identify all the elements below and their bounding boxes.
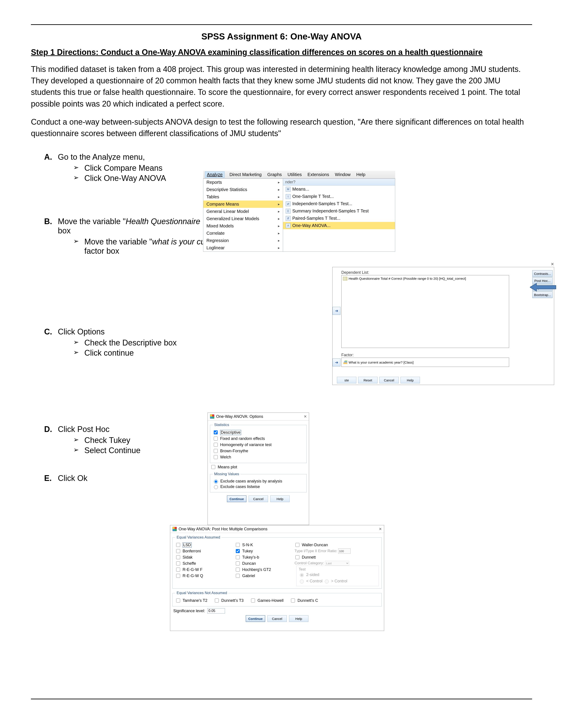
chk-snk[interactable]: S-N-K	[235, 542, 292, 548]
chk-descriptive[interactable]: Descriptive	[213, 430, 304, 435]
equal-variances-not-assumed-group: Equal Variances Not Assumed Tamhane's T2…	[172, 591, 382, 606]
menubar-direct-marketing[interactable]: Direct Marketing	[228, 172, 262, 178]
chk-regwq[interactable]: R-E-G-W Q	[175, 573, 233, 578]
chk-fixed-random[interactable]: Fixed and random effects	[213, 436, 304, 441]
chk-games-howell[interactable]: Games-Howell	[250, 598, 284, 603]
control-category-row: Control Category: Last	[295, 561, 379, 566]
intro-para-1: This modified dataset is taken from a 40…	[31, 64, 532, 110]
chk-lsd[interactable]: LSD	[175, 542, 233, 548]
smi-paired-t[interactable]: ⇵Paired-Samples T Test...	[283, 215, 395, 222]
mi-generalized-linear-models[interactable]: Generalized Linear Models▸	[203, 215, 283, 222]
menubar-analyze[interactable]: Analyze	[205, 171, 224, 178]
chk-welch[interactable]: Welch	[213, 454, 304, 460]
close-icon[interactable]: ×	[379, 526, 382, 532]
chk-dunnett[interactable]: Dunnett	[295, 555, 379, 560]
dep-list-item[interactable]: Health Questionnaire Total # Correct (Po…	[343, 277, 508, 280]
spss-menubar: Analyze Direct Marketing Graphs Utilitie…	[203, 171, 395, 178]
menubar-extensions[interactable]: Extensions	[307, 172, 330, 178]
smi-summary-ind-t[interactable]: ΣSummary Independent-Samples T Test	[283, 207, 395, 215]
rad-exclude-analysis[interactable]: Exclude cases analysis by analysis	[213, 479, 304, 484]
chk-homogeneity[interactable]: Homogeneity of variance test	[213, 442, 304, 447]
contrasts-button[interactable]: Contrasts...	[532, 270, 553, 277]
screenshot-options-dialog: One-Way ANOVA: Options × Statistics Desc…	[207, 413, 309, 525]
rad-exclude-listwise[interactable]: Exclude cases listwise	[213, 484, 304, 489]
close-icon[interactable]: ×	[551, 261, 554, 267]
step-c-text: Click Options	[58, 327, 105, 336]
screenshot-oneway-dialog: × Dependent List: Health Questionnaire T…	[332, 267, 554, 385]
mi-mixed-models[interactable]: Mixed Models▸	[203, 222, 283, 230]
chk-scheffe[interactable]: Scheffe	[175, 561, 233, 566]
rule-bottom	[31, 699, 532, 699]
significance-input[interactable]	[207, 608, 225, 614]
chk-dunnett-c[interactable]: Dunnett's C	[290, 598, 318, 603]
summary-t-icon: Σ	[286, 209, 291, 214]
menubar-graphs[interactable]: Graphs	[266, 172, 283, 178]
screenshot-posthoc-dialog: One-Way ANOVA: Post Hoc Multiple Compari…	[170, 525, 384, 631]
chk-regwf[interactable]: R-E-G-W F	[175, 567, 233, 572]
compare-means-submenu: nder? MMeans... tOne-Sample T Test... ⇄I…	[283, 178, 395, 252]
callout-arrow-icon	[530, 282, 556, 292]
chk-sidak[interactable]: Sidak	[175, 555, 233, 560]
mi-compare-means[interactable]: Compare Means▸	[203, 201, 283, 208]
menubar-window[interactable]: Window	[334, 172, 352, 178]
chk-gabriel[interactable]: Gabriel	[235, 573, 292, 578]
step1-heading: Step 1 Directions: Conduct a One-Way ANO…	[31, 48, 532, 57]
factor-box[interactable]: What is your current academic year? [Cla…	[341, 358, 509, 367]
ind-t-icon: ⇄	[286, 201, 291, 206]
smi-one-sample-t[interactable]: tOne-Sample T Test...	[283, 193, 395, 200]
mi-general-linear-model[interactable]: General Linear Model▸	[203, 208, 283, 215]
cancel-button[interactable]: Cancel	[379, 377, 399, 383]
missing-values-group: Missing Values Exclude cases analysis by…	[210, 472, 307, 492]
step-letter: D.	[44, 425, 53, 434]
chk-tamhane[interactable]: Tamhane's T2	[175, 598, 207, 603]
chk-duncan[interactable]: Duncan	[235, 561, 292, 566]
menubar-help[interactable]: Help	[356, 172, 366, 178]
chk-tukeys-b[interactable]: Tukey's-b	[235, 555, 292, 560]
help-button[interactable]: Help	[401, 377, 420, 383]
cancel-button[interactable]: Cancel	[248, 495, 268, 502]
dialog-button-row: ste Reset Cancel Help	[337, 377, 420, 383]
smi-one-way-anova[interactable]: AOne-Way ANOVA...	[283, 222, 395, 229]
help-button[interactable]: Help	[270, 495, 290, 502]
screenshot-analyze-menu: Analyze Direct Marketing Graphs Utilitie…	[203, 171, 395, 259]
nominal-icon	[343, 360, 347, 364]
step-letter: C.	[44, 327, 53, 336]
menubar-utilities[interactable]: Utilities	[287, 172, 303, 178]
mi-reports[interactable]: Reports▸	[203, 179, 283, 186]
mi-descriptive-statistics[interactable]: Descriptive Statistics▸	[203, 186, 283, 193]
test-group: Test 2-sided < Control > Control	[296, 566, 379, 586]
mi-tables[interactable]: Tables▸	[203, 193, 283, 201]
paired-t-icon: ⇵	[286, 216, 291, 221]
help-button[interactable]: Help	[289, 615, 309, 622]
close-icon[interactable]: ×	[304, 414, 307, 419]
chk-hochberg[interactable]: Hochberg's GT2	[235, 567, 292, 572]
chk-dunnett-t3[interactable]: Dunnett's T3	[214, 598, 243, 603]
page: SPSS Assignment 6: One-Way ANOVA Step 1 …	[0, 0, 563, 728]
mi-loglinear[interactable]: Loglinear▸	[203, 244, 283, 251]
cancel-button[interactable]: Cancel	[267, 615, 287, 622]
error-ratio-input	[338, 548, 351, 554]
significance-row: Significance level:	[173, 608, 384, 614]
svg-marker-0	[530, 283, 556, 291]
step-letter: A.	[44, 152, 53, 162]
dependent-list-box[interactable]: Health Questionnaire Total # Correct (Po…	[341, 275, 509, 348]
chk-bonferroni[interactable]: Bonferroni	[175, 548, 233, 554]
mi-correlate[interactable]: Correlate▸	[203, 230, 283, 237]
analyze-dropdown: Reports▸ Descriptive Statistics▸ Tables▸…	[203, 178, 283, 252]
continue-button[interactable]: Continue	[227, 495, 246, 502]
bootstrap-button[interactable]: Bootstrap...	[532, 291, 553, 298]
chk-tukey[interactable]: Tukey	[235, 548, 292, 554]
chk-means-plot[interactable]: Means plot	[210, 464, 306, 470]
continue-button[interactable]: Continue	[246, 615, 265, 622]
control-category-select: Last	[325, 561, 349, 566]
paste-button[interactable]: ste	[337, 377, 356, 383]
smi-means[interactable]: MMeans...	[283, 186, 395, 193]
step-d-text: Click Post Hoc	[58, 425, 109, 434]
chk-brown-forsythe[interactable]: Brown-Forsythe	[213, 448, 304, 454]
move-to-dependent-button[interactable]: ➜	[333, 307, 341, 315]
mi-regression[interactable]: Regression▸	[203, 237, 283, 244]
smi-independent-t[interactable]: ⇄Independent-Samples T Test...	[283, 200, 395, 207]
chk-waller-duncan[interactable]: Waller-Duncan	[295, 542, 379, 548]
move-to-factor-button[interactable]: ➜	[333, 358, 341, 366]
reset-button[interactable]: Reset	[358, 377, 378, 383]
